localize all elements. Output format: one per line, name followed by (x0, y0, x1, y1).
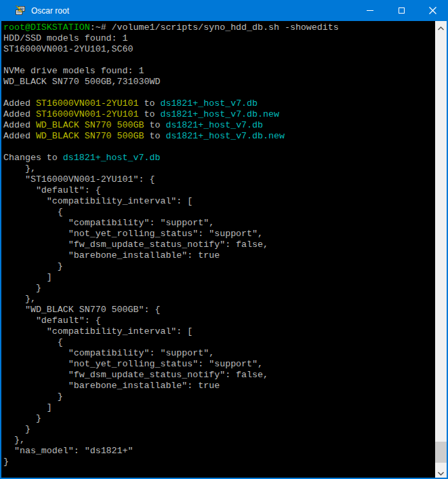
terminal-line: WD_BLACK SN770 500GB,731030WD (3, 77, 435, 88)
close-button[interactable] (417, 0, 448, 21)
terminal-line: "ST16000VN001-2YU101": { (3, 174, 435, 185)
minimize-icon (367, 10, 373, 11)
terminal-line: NVMe drive models found: 1 (3, 66, 435, 77)
terminal-line: } (3, 261, 435, 272)
terminal-output: root@DISKSTATION:~# /volume1/scripts/syn… (1, 21, 435, 467)
terminal-line (3, 55, 435, 66)
terminal-line: "compatibility_interval": [ (3, 326, 435, 337)
terminal-line: HDD/SSD models found: 1 (3, 33, 435, 44)
terminal-line: "fw_dsm_update_status_notify": false, (3, 240, 435, 250)
terminal-line: "not_yet_rolling_status": "support", (3, 359, 435, 370)
terminal-line: } (3, 391, 435, 402)
terminal-line: } (3, 424, 435, 435)
terminal-line: } (3, 413, 435, 424)
terminal-line: "compatibility": "support", (3, 218, 435, 229)
terminal-line: ] (3, 402, 435, 413)
chevron-up-icon (438, 21, 444, 33)
terminal-line: Added ST16000VN001-2YU101 to ds1821+_hos… (3, 109, 435, 120)
putty-window: Oscar root root@DISKSTATION:~# /volume1/… (0, 0, 448, 479)
terminal-screen[interactable]: root@DISKSTATION:~# /volume1/scripts/syn… (1, 21, 435, 478)
terminal-line: Added WD_BLACK SN770 500GB to ds1821+_ho… (3, 131, 435, 142)
terminal-line: Changes to ds1821+_host_v7.db (3, 153, 435, 164)
putty-app-icon (15, 5, 26, 16)
maximize-button[interactable] (386, 0, 417, 21)
close-icon (429, 5, 436, 17)
terminal-line (3, 142, 435, 153)
terminal-line: root@DISKSTATION:~# /volume1/scripts/syn… (3, 22, 435, 33)
terminal-line: "fw_dsm_update_status_notify": false, (3, 370, 435, 381)
terminal-line: Added ST16000VN001-2YU101 to ds1821+_hos… (3, 98, 435, 109)
terminal-line: ST16000VN001-2YU101,SC60 (3, 44, 435, 55)
terminal-line: "not_yet_rolling_status": "support", (3, 229, 435, 240)
terminal-line: } (3, 283, 435, 294)
titlebar[interactable]: Oscar root (0, 0, 448, 21)
terminal-line: "compatibility_interval": [ (3, 196, 435, 207)
chevron-down-icon (438, 466, 444, 478)
terminal-line: }, (3, 294, 435, 305)
terminal-line: ] (3, 272, 435, 283)
terminal-line: "barebone_installable": true (3, 250, 435, 261)
maximize-icon (399, 7, 405, 14)
terminal-line: { (3, 337, 435, 348)
scrollbar-thumb[interactable] (435, 442, 447, 463)
terminal-line: "WD_BLACK SN770 500GB": { (3, 305, 435, 315)
minimize-button[interactable] (354, 0, 386, 21)
terminal-line: "nas_model": "ds1821+" (3, 446, 435, 457)
terminal-line: } (3, 457, 435, 467)
scroll-up-button[interactable] (435, 21, 447, 33)
terminal-line: { (3, 207, 435, 218)
window-title: Oscar root (31, 6, 69, 16)
terminal-line: "default": { (3, 315, 435, 326)
terminal-line (3, 88, 435, 98)
terminal-line: Added WD_BLACK SN770 500GB to ds1821+_ho… (3, 120, 435, 131)
window-controls (354, 0, 448, 21)
scrollbar[interactable] (435, 21, 447, 478)
terminal-line: "barebone_installable": true (3, 381, 435, 391)
terminal-line: }, (3, 435, 435, 446)
terminal-line: "compatibility": "support", (3, 348, 435, 359)
scroll-down-button[interactable] (435, 466, 447, 478)
terminal-line: "default": { (3, 185, 435, 196)
terminal-line: }, (3, 164, 435, 174)
